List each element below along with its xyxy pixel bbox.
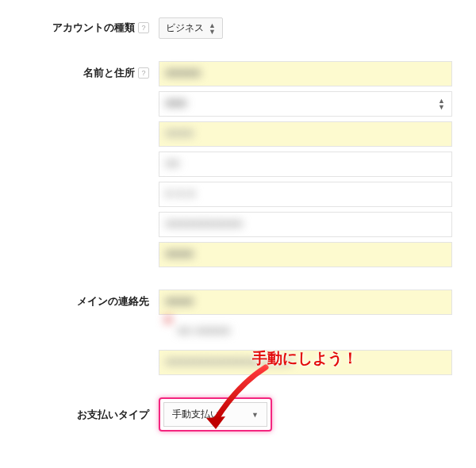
account-type-label-text: アカウントの種類 bbox=[52, 21, 135, 35]
name-field-7[interactable]: ■■■■ bbox=[159, 242, 452, 267]
payment-type-row: お支払いタイプ 手動支払い ▼ bbox=[0, 397, 476, 432]
main-contact-row: メインの連絡先 ■■■■ ■■ ■■■■■ ■■■■■■■■■■■■■■■■■■ bbox=[0, 290, 476, 375]
name-field-4[interactable]: ■■ bbox=[159, 152, 452, 177]
contact-field-2: ■■ ■■■■■ bbox=[159, 320, 452, 345]
account-type-value: ビジネス bbox=[166, 21, 204, 35]
name-field-region[interactable]: ■■■ ▲▼ bbox=[159, 91, 452, 117]
updown-icon: ▲▼ bbox=[209, 22, 216, 35]
name-address-label: 名前と住所 ? bbox=[0, 61, 159, 80]
name-address-row: 名前と住所 ? ■■■■■ ■■■ ▲▼ ■■■■ ■■ ■-■-■ ■■■■■… bbox=[0, 61, 476, 267]
main-contact-label-text: メインの連絡先 bbox=[77, 294, 149, 309]
annotation-text: 手動にしよう！ bbox=[252, 348, 358, 369]
contact-field-1[interactable]: ■■■■ bbox=[159, 290, 452, 315]
account-type-row: アカウントの種類 ? ビジネス ▲▼ bbox=[0, 16, 476, 39]
payment-type-label: お支払いタイプ bbox=[0, 408, 159, 422]
updown-icon: ▲▼ bbox=[438, 98, 445, 110]
account-type-label: アカウントの種類 ? bbox=[0, 16, 159, 35]
name-field-1[interactable]: ■■■■■ bbox=[159, 61, 452, 86]
name-address-label-text: 名前と住所 bbox=[83, 66, 135, 80]
name-field-6[interactable]: ■■■■■■■■■■■ bbox=[159, 212, 452, 237]
payment-type-label-text: お支払いタイプ bbox=[77, 408, 149, 422]
name-address-fields: ■■■■■ ■■■ ▲▼ ■■■■ ■■ ■-■-■ ■■■■■■■■■■■ ■… bbox=[159, 61, 476, 267]
name-field-5[interactable]: ■-■-■ bbox=[159, 182, 452, 207]
help-icon[interactable]: ? bbox=[138, 67, 149, 79]
account-type-select[interactable]: ビジネス ▲▼ bbox=[159, 17, 223, 39]
chevron-down-icon: ▼ bbox=[251, 411, 259, 419]
main-contact-label: メインの連絡先 bbox=[0, 290, 159, 309]
payment-type-highlight: 手動支払い ▼ bbox=[159, 397, 272, 432]
help-icon[interactable]: ? bbox=[138, 22, 149, 33]
name-field-3[interactable]: ■■■■ bbox=[159, 121, 452, 147]
payment-type-select[interactable]: 手動支払い ▼ bbox=[163, 402, 267, 427]
payment-type-value: 手動支払い bbox=[172, 408, 220, 421]
